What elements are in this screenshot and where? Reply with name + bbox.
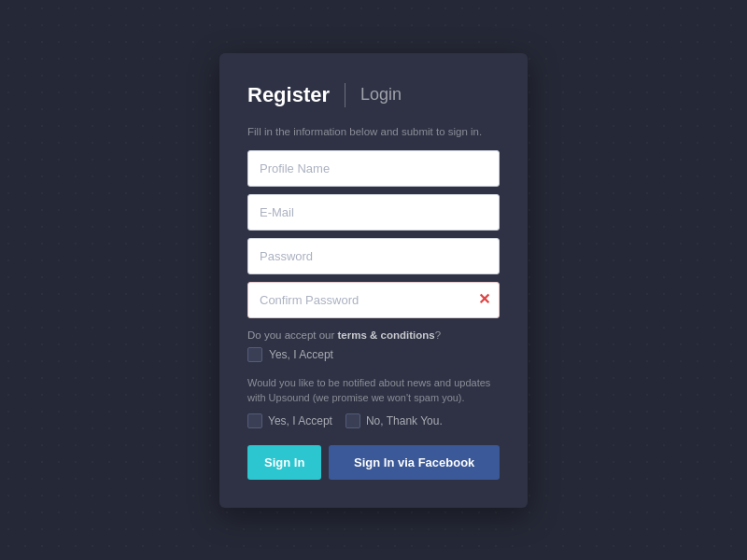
notify-text: Would you like to be notified about news… (247, 375, 500, 406)
notify-accept-checkbox[interactable] (247, 413, 262, 428)
terms-checkbox[interactable] (247, 347, 262, 362)
facebook-signin-button[interactable]: Sign In via Facebook (329, 445, 500, 480)
auth-tabs: Register Login (247, 83, 500, 107)
action-buttons: Sign In Sign In via Facebook (247, 445, 500, 480)
terms-post: ? (435, 329, 441, 341)
notify-options: Yes, I Accept No, Thank You. (247, 413, 500, 428)
terms-checkbox-row: Yes, I Accept (247, 347, 500, 362)
register-card: Register Login Fill in the information b… (219, 53, 528, 508)
password-group (247, 238, 500, 274)
email-input[interactable] (247, 194, 500, 231)
email-group (247, 194, 500, 231)
notify-accept-option: Yes, I Accept (247, 413, 332, 428)
signin-button[interactable]: Sign In (247, 445, 321, 480)
notify-decline-label: No, Thank You. (366, 414, 443, 427)
terms-text: Do you accept our terms & conditions? (247, 329, 500, 341)
clear-icon[interactable]: ✕ (478, 292, 490, 307)
tab-login[interactable]: Login (345, 85, 402, 105)
password-input[interactable] (247, 238, 500, 274)
notify-accept-label: Yes, I Accept (268, 414, 332, 427)
form-subtitle: Fill in the information below and submit… (247, 126, 500, 137)
terms-section: Do you accept our terms & conditions? Ye… (247, 329, 500, 362)
profile-name-group (247, 150, 500, 187)
tab-register[interactable]: Register (247, 83, 345, 107)
notify-decline-option: No, Thank You. (345, 413, 443, 428)
terms-checkbox-label: Yes, I Accept (269, 348, 333, 361)
profile-name-input[interactable] (247, 150, 500, 187)
confirm-password-group: ✕ (247, 282, 500, 318)
notify-section: Would you like to be notified about news… (247, 375, 500, 428)
confirm-password-input[interactable] (247, 282, 500, 318)
notify-decline-checkbox[interactable] (345, 413, 360, 428)
terms-link[interactable]: terms & conditions (338, 329, 435, 341)
terms-pre: Do you accept our (247, 329, 338, 341)
